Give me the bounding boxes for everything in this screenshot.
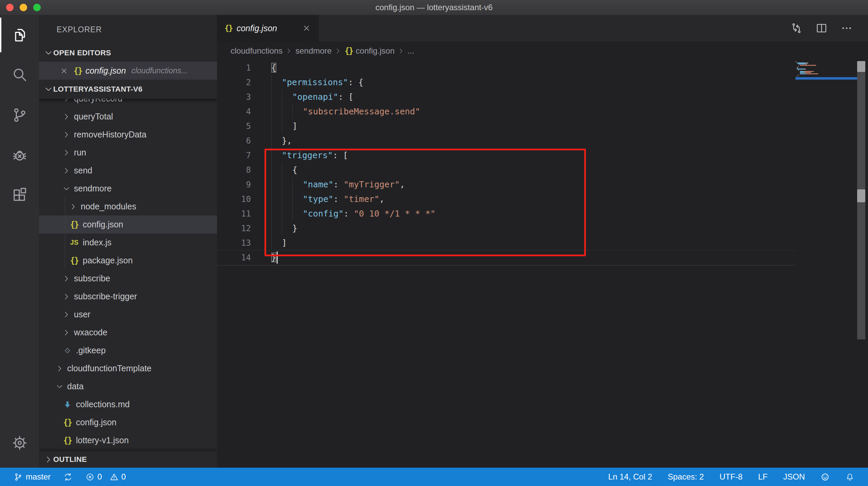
line-number: 11	[217, 206, 251, 221]
breadcrumb-item-sendmore[interactable]: sendmore	[295, 46, 332, 56]
activity-bar-source-control[interactable]	[0, 95, 39, 135]
file-tree: queryRecordqueryTotalremoveHistoryDataru…	[39, 90, 217, 449]
tree-item-cloudfunctionTemplate[interactable]: cloudfunctionTemplate	[39, 359, 217, 377]
outline-section-header[interactable]: OUTLINE	[39, 451, 217, 468]
tree-item-user[interactable]: user	[39, 305, 217, 323]
sidebar-title: EXPLORER	[39, 15, 217, 44]
json-file-icon: {}	[62, 436, 73, 445]
status-cursor-position[interactable]: Ln 14, Col 2	[608, 472, 652, 482]
tree-item-label: data	[67, 381, 84, 391]
status-language[interactable]: JSON	[783, 472, 805, 482]
breadcrumb-item-symbol[interactable]: ...	[408, 46, 414, 56]
code-line-12: 12}	[217, 221, 868, 236]
code-token: "permissions"	[282, 77, 348, 87]
code-line-8: 8{	[217, 163, 868, 177]
activity-bar-debug[interactable]	[0, 135, 39, 175]
code-line-1: 1{	[217, 60, 868, 75]
activity-bar-explorer[interactable]	[0, 15, 39, 55]
tree-item-lottery-v1.json[interactable]: {}lottery-v1.json	[39, 431, 217, 449]
chevron-right-icon	[62, 166, 71, 175]
debug-icon	[11, 146, 28, 164]
close-tab-icon[interactable]	[302, 24, 311, 33]
tree-item-subscribe-trigger[interactable]: subscribe-trigger	[39, 287, 217, 305]
zoom-window-button[interactable]	[33, 4, 41, 11]
minimap[interactable]	[795, 61, 857, 85]
minimap-line	[797, 67, 798, 68]
tree-item-label: user	[74, 310, 91, 319]
line-number: 1	[217, 60, 251, 75]
activity-bar-search[interactable]	[0, 55, 39, 95]
error-icon	[85, 472, 95, 482]
status-encoding[interactable]: UTF-8	[719, 472, 743, 482]
status-indentation[interactable]: Spaces: 2	[668, 472, 704, 482]
tree-item-sendmore[interactable]: sendmore	[39, 180, 217, 198]
code-token: :	[333, 180, 343, 189]
tree-item-collections.md[interactable]: collections.md	[39, 395, 217, 413]
code-token: ,	[379, 194, 384, 204]
breadcrumb-item-cloudfunctions[interactable]: cloudfunctions	[231, 46, 282, 56]
tree-item-label: lottery-v1.json	[76, 435, 129, 445]
code-line-14: 14}	[217, 250, 868, 265]
git-file-icon	[62, 346, 73, 355]
json-file-icon: {}	[344, 46, 353, 56]
close-window-button[interactable]	[6, 4, 14, 11]
tree-item-run[interactable]: run	[39, 144, 217, 162]
notifications-bell-button[interactable]	[845, 472, 854, 482]
json-file-icon: {}	[74, 66, 82, 76]
line-number: 3	[217, 90, 251, 104]
status-git-branch[interactable]: master	[14, 472, 51, 482]
files-icon	[11, 26, 28, 44]
line-number: 5	[217, 119, 251, 133]
tree-item-node_modules[interactable]: node_modules	[39, 198, 217, 216]
code-token: "triggers"	[282, 150, 333, 160]
minimap-line	[798, 70, 799, 71]
tree-item-subscribe[interactable]: subscribe	[39, 269, 217, 287]
code-token: "subscribeMessage.send"	[303, 107, 420, 116]
feedback-smiley-button[interactable]	[821, 472, 830, 482]
status-problems[interactable]: 0 0	[85, 472, 126, 482]
open-editor-label: config.json	[85, 66, 126, 76]
settings-button[interactable]	[0, 423, 39, 463]
chevron-right-icon	[62, 112, 71, 121]
tree-item-data[interactable]: data	[39, 377, 217, 395]
tree-item-removeHistoryData[interactable]: removeHistoryData	[39, 126, 217, 144]
tree-item-queryTotal[interactable]: queryTotal	[39, 108, 217, 126]
breadcrumb-item-config-json[interactable]: config.json	[356, 46, 395, 56]
tree-item-send[interactable]: send	[39, 162, 217, 180]
open-editors-section-header[interactable]: OPEN EDITORS	[39, 44, 217, 62]
more-actions-icon[interactable]	[840, 22, 853, 35]
split-editor-icon[interactable]	[815, 22, 828, 35]
tab-config-json[interactable]: {} config.json	[217, 15, 319, 41]
tree-item-package.json[interactable]: {}package.json	[39, 251, 217, 269]
project-section-header[interactable]: LOTTERYASSISTANT-V6	[39, 80, 217, 99]
project-name-label: LOTTERYASSISTANT-V6	[53, 85, 143, 94]
close-editor-icon[interactable]	[60, 67, 70, 75]
tree-item-label: config.json	[83, 220, 123, 229]
warning-count: 0	[121, 472, 126, 482]
gear-icon	[11, 434, 28, 452]
tree-item-index.js[interactable]: JSindex.js	[39, 233, 217, 251]
source-control-icon	[11, 106, 28, 124]
scrollbar-thumb[interactable]	[857, 189, 865, 202]
tree-item-config.json[interactable]: {}config.json	[39, 413, 217, 431]
status-sync-button[interactable]	[63, 472, 73, 482]
status-eol[interactable]: LF	[758, 472, 768, 482]
minimize-window-button[interactable]	[20, 4, 27, 11]
code-editor[interactable]: 1{2"permissions": {3"openapi": [4"subscr…	[217, 60, 868, 265]
code-token: "openapi"	[292, 92, 338, 102]
open-changes-icon[interactable]	[790, 22, 803, 35]
chevron-down-icon	[55, 382, 64, 391]
scrollbar-thumb[interactable]	[857, 61, 865, 72]
code-token: "0 10 */1 * * *"	[354, 209, 436, 219]
tree-item-config.json[interactable]: {}config.json	[39, 216, 217, 233]
chevron-right-icon	[334, 47, 342, 55]
open-editor-item-config-json[interactable]: {} config.json cloudfunctions...	[39, 62, 217, 80]
code-token: ,	[400, 180, 405, 189]
tree-item-.gitkeep[interactable]: .gitkeep	[39, 341, 217, 359]
scrollbar-track[interactable]	[857, 202, 865, 339]
branch-name: master	[26, 472, 51, 482]
scrollbar-track[interactable]	[857, 72, 865, 189]
activity-bar-extensions[interactable]	[0, 175, 39, 215]
tree-item-label: send	[74, 166, 92, 175]
tree-item-wxacode[interactable]: wxacode	[39, 323, 217, 341]
